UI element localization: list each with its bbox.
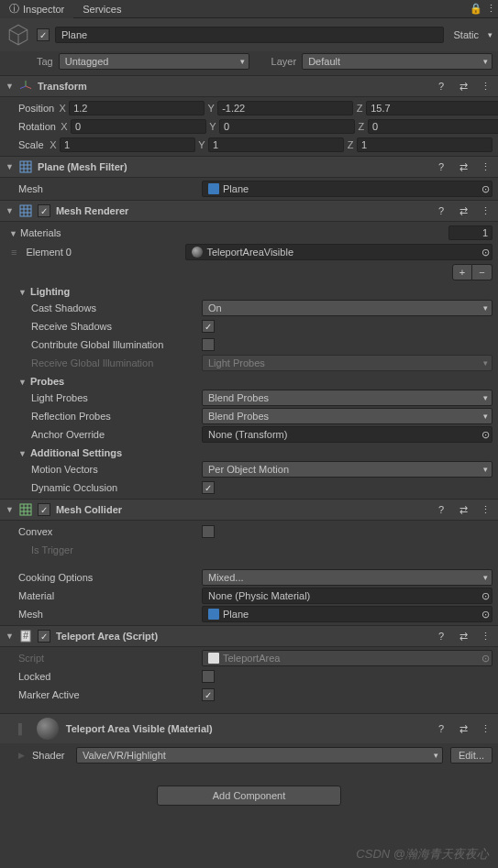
help-icon[interactable]: ? [434, 79, 448, 93]
meshcollider-foldout[interactable]: ▼ [6, 505, 14, 514]
meshfilter-foldout[interactable]: ▼ [6, 162, 14, 171]
position-z-input[interactable] [366, 101, 498, 115]
dynamic-occlusion-checkbox[interactable] [202, 481, 215, 494]
rotation-x-input[interactable] [71, 119, 206, 134]
physic-material-label: Material [6, 590, 198, 601]
gameobject-name-input[interactable] [55, 27, 444, 43]
tab-inspector[interactable]: ⓘInspector [0, 0, 73, 18]
transform-foldout[interactable]: ▼ [6, 82, 14, 91]
object-picker-icon[interactable]: ⊙ [481, 247, 490, 258]
preset-icon[interactable]: ⇄ [456, 159, 470, 174]
mesh-field[interactable]: Plane⊙ [202, 181, 492, 197]
preset-icon[interactable]: ⇄ [456, 721, 470, 736]
lighting-foldout[interactable]: ▼ [18, 288, 27, 297]
position-x-input[interactable] [69, 101, 205, 115]
menu-icon[interactable]: ⋮ [478, 721, 492, 736]
motion-vectors-label: Motion Vectors [6, 464, 198, 475]
teleportarea-enabled-checkbox[interactable] [38, 630, 50, 643]
add-component-button[interactable]: Add Component [157, 786, 342, 806]
preset-icon[interactable]: ⇄ [456, 203, 470, 218]
kebab-menu-icon[interactable]: ⋮ [483, 2, 498, 16]
drag-handle-icon[interactable]: ≡ [6, 247, 22, 258]
object-picker-icon[interactable]: ⊙ [481, 183, 490, 195]
meshcollider-icon [19, 503, 32, 516]
locked-checkbox[interactable] [202, 670, 215, 683]
probes-label: Probes [30, 376, 64, 387]
edit-button[interactable]: Edit... [450, 747, 492, 764]
preset-icon[interactable]: ⇄ [456, 79, 470, 93]
rotation-y-input[interactable] [219, 119, 355, 134]
material-title: Teleport Area Visible (Material) [66, 723, 426, 734]
receive-gi-label: Receive Global Illumination [6, 357, 198, 368]
light-probes-dropdown[interactable]: Blend Probes [202, 390, 492, 406]
material-preview-icon [37, 718, 59, 740]
menu-icon[interactable]: ⋮ [478, 629, 492, 643]
collider-mesh-field[interactable]: Plane⊙ [202, 606, 492, 622]
physic-material-field[interactable]: None (Physic Material)⊙ [202, 588, 492, 604]
marker-active-checkbox[interactable] [202, 688, 215, 701]
remove-element-button[interactable]: − [472, 264, 492, 280]
receive-shadows-checkbox[interactable] [202, 320, 215, 333]
tag-label: Tag [37, 56, 53, 67]
help-icon[interactable]: ? [434, 629, 448, 643]
material-element0-field[interactable]: TeleportAreaVisible⊙ [185, 244, 492, 260]
anchor-override-field[interactable]: None (Transform)⊙ [202, 426, 492, 443]
layer-dropdown[interactable]: Default [302, 53, 492, 70]
meshcollider-enabled-checkbox[interactable] [38, 503, 50, 516]
info-icon: ⓘ [9, 2, 19, 16]
script-asset-icon [208, 653, 219, 664]
static-dropdown-icon[interactable]: ▾ [488, 30, 492, 39]
teleportarea-foldout[interactable]: ▼ [6, 632, 14, 641]
help-icon[interactable]: ? [434, 721, 448, 736]
additional-foldout[interactable]: ▼ [18, 449, 27, 458]
material-foldout[interactable]: ▶ [18, 751, 25, 760]
add-element-button[interactable]: + [452, 264, 472, 280]
materials-size-input[interactable] [448, 225, 492, 240]
meshrenderer-title: Mesh Renderer [56, 205, 428, 216]
menu-icon[interactable]: ⋮ [478, 79, 492, 93]
scale-y-input[interactable] [208, 137, 344, 152]
convex-label: Convex [6, 526, 198, 537]
object-picker-icon[interactable]: ⊙ [481, 429, 490, 441]
cooking-options-dropdown[interactable]: Mixed... [202, 569, 492, 586]
meshfilter-title: Plane (Mesh Filter) [38, 161, 428, 172]
object-picker-icon[interactable]: ⊙ [481, 609, 490, 621]
menu-icon[interactable]: ⋮ [478, 159, 492, 174]
tag-dropdown[interactable]: Untagged [59, 53, 249, 70]
motion-vectors-dropdown[interactable]: Per Object Motion [202, 461, 492, 478]
shader-dropdown[interactable]: Valve/VR/Highlight [76, 747, 443, 764]
object-picker-icon[interactable]: ⊙ [481, 590, 490, 602]
transform-title: Transform [38, 81, 428, 92]
convex-checkbox[interactable] [202, 525, 215, 538]
rotation-z-input[interactable] [368, 119, 498, 134]
shader-label: Shader [32, 750, 69, 761]
position-y-input[interactable] [217, 101, 353, 115]
help-icon[interactable]: ? [434, 502, 448, 517]
preset-icon[interactable]: ⇄ [456, 502, 470, 517]
element0-label: Element 0 [26, 247, 182, 258]
gameobject-icon [6, 22, 31, 48]
static-label: Static [453, 29, 479, 40]
contribute-gi-checkbox[interactable] [202, 338, 215, 351]
menu-icon[interactable]: ⋮ [478, 203, 492, 218]
help-icon[interactable]: ? [434, 203, 448, 218]
is-trigger-label: Is Trigger [6, 544, 198, 555]
materials-foldout[interactable]: ▼ [9, 229, 17, 238]
anchor-override-label: Anchor Override [6, 429, 198, 440]
meshcollider-title: Mesh Collider [56, 504, 428, 515]
gameobject-active-checkbox[interactable] [37, 28, 50, 41]
watermark: CSDN @瀚海青天夜夜心 [356, 846, 489, 863]
preset-icon[interactable]: ⇄ [456, 629, 470, 643]
scale-z-input[interactable] [357, 137, 492, 152]
menu-icon[interactable]: ⋮ [478, 502, 492, 517]
help-icon[interactable]: ? [434, 159, 448, 174]
meshrenderer-foldout[interactable]: ▼ [6, 206, 14, 215]
lock-icon[interactable]: 🔒 [469, 2, 483, 16]
probes-foldout[interactable]: ▼ [18, 378, 27, 387]
scale-x-input[interactable] [60, 137, 195, 152]
meshrenderer-enabled-checkbox[interactable] [38, 204, 50, 217]
reflection-probes-dropdown[interactable]: Blend Probes [202, 408, 492, 424]
tab-services[interactable]: Services [73, 1, 130, 17]
material-expand-handle[interactable]: ▌ [18, 723, 29, 734]
cast-shadows-dropdown[interactable]: On [202, 300, 492, 316]
